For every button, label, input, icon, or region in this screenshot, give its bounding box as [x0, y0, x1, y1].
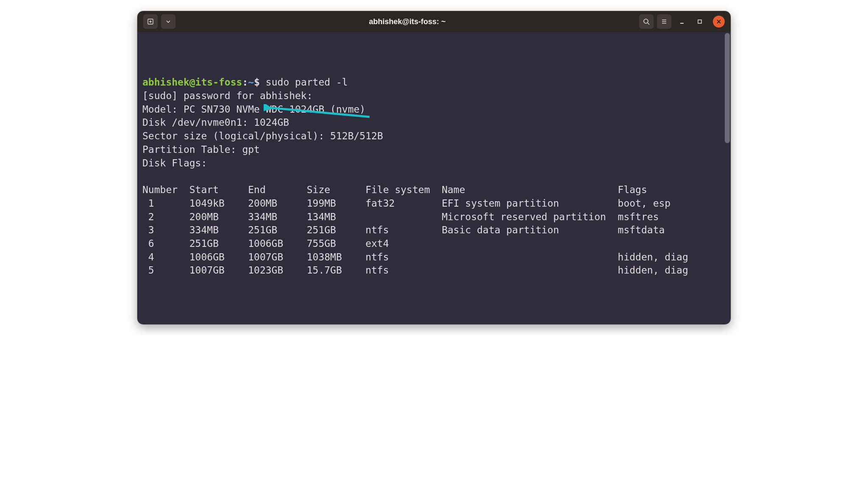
cell-fs: ntfs [365, 264, 442, 277]
maximize-button[interactable] [693, 14, 707, 29]
cell-number: 2 [142, 210, 189, 224]
cell-flags: boot, esp [618, 197, 671, 210]
prompt-symbol: $ [254, 77, 260, 88]
table-row: 2200MB334MB134MBMicrosoft reserved parti… [142, 211, 659, 222]
cell-fs: fat32 [365, 197, 442, 210]
cell-start: 1049kB [189, 197, 248, 210]
new-tab-button[interactable] [143, 14, 158, 29]
cell-size: 15.7GB [307, 264, 365, 277]
window-title: abhishek@its-foss: ~ [179, 17, 636, 26]
output-sector-line: Sector size (logical/physical): 512B/512… [142, 130, 383, 141]
cell-number: 5 [142, 264, 189, 277]
table-row: 6251GB1006GB755GBext4 [142, 238, 618, 249]
cell-name: Microsoft reserved partition [442, 210, 618, 224]
ptable-value: gpt [242, 144, 260, 155]
titlebar[interactable]: abhishek@its-foss: ~ [137, 11, 731, 32]
cell-size: 199MB [307, 197, 365, 210]
command-text: sudo parted -l [266, 77, 348, 88]
cell-end: 200MB [248, 197, 306, 210]
table-row: 3334MB251GB251GBntfsBasic data partition… [142, 224, 665, 235]
table-row: 11049kB200MB199MBfat32EFI system partiti… [142, 198, 670, 209]
output-model-line: Model: PC SN730 NVMe WDC 1024GB (nvme) [142, 104, 365, 115]
cell-flags: hidden, diag [618, 264, 688, 277]
cell-start: 1006GB [189, 251, 248, 264]
col-fs: File system [365, 183, 442, 197]
cell-size: 755GB [307, 237, 365, 251]
svg-line-4 [648, 23, 649, 25]
cell-start: 1007GB [189, 264, 248, 277]
ptable-label: Partition Table: [142, 144, 242, 155]
prompt-path: ~ [248, 77, 254, 88]
cell-flags: msftdata [618, 224, 665, 237]
cell-number: 4 [142, 251, 189, 264]
svg-point-3 [644, 19, 648, 23]
table-row: 41006GB1007GB1038MBntfshidden, diag [142, 252, 688, 263]
tab-menu-button[interactable] [161, 14, 175, 29]
cell-fs: ntfs [365, 251, 442, 264]
col-size: Size [307, 183, 365, 197]
terminal-window: abhishek@its-foss: ~ [137, 11, 731, 324]
output-sudo-line: [sudo] password for abhishek: [142, 90, 318, 101]
cell-size: 1038MB [307, 251, 365, 264]
output-ptable-line: Partition Table: gpt [142, 144, 260, 155]
cell-flags: hidden, diag [618, 251, 688, 264]
cell-name: EFI system partition [442, 197, 618, 210]
cell-fs: ntfs [365, 224, 442, 237]
table-row: 51007GB1023GB15.7GBntfshidden, diag [142, 265, 688, 276]
cell-end: 1006GB [248, 237, 306, 251]
prompt-user-host: abhishek@its-foss [142, 77, 242, 88]
output-disk-line: Disk /dev/nvme0n1: 1024GB [142, 117, 289, 128]
cell-fs: ext4 [365, 237, 442, 251]
col-name: Name [442, 183, 618, 197]
cell-number: 6 [142, 237, 189, 251]
cell-size: 251GB [307, 224, 365, 237]
cell-start: 251GB [189, 237, 248, 251]
terminal-viewport[interactable]: abhishek@its-foss:~$ sudo parted -l [sud… [137, 32, 731, 324]
scrollbar-thumb[interactable] [725, 33, 730, 143]
cell-flags: msftres [618, 210, 659, 224]
table-header: NumberStartEndSizeFile systemNameFlags [142, 184, 647, 195]
svg-rect-9 [698, 20, 701, 23]
close-button[interactable] [713, 16, 725, 28]
cell-end: 251GB [248, 224, 306, 237]
prompt-line-1: abhishek@its-foss:~$ sudo parted -l [142, 77, 348, 88]
prompt-sep: : [242, 77, 248, 88]
col-end: End [248, 183, 306, 197]
cell-name: Basic data partition [442, 224, 618, 237]
col-flags: Flags [618, 183, 647, 197]
cell-start: 200MB [189, 210, 248, 224]
cell-size: 134MB [307, 210, 365, 224]
hamburger-menu-button[interactable] [657, 14, 671, 29]
cell-end: 1023GB [248, 264, 306, 277]
cell-end: 1007GB [248, 251, 306, 264]
cell-number: 3 [142, 224, 189, 237]
cell-end: 334MB [248, 210, 306, 224]
search-button[interactable] [639, 14, 654, 29]
cell-number: 1 [142, 197, 189, 210]
col-start: Start [189, 183, 248, 197]
minimize-button[interactable] [675, 14, 689, 29]
output-flags-line: Disk Flags: [142, 158, 213, 169]
cell-start: 334MB [189, 224, 248, 237]
col-number: Number [142, 183, 189, 197]
